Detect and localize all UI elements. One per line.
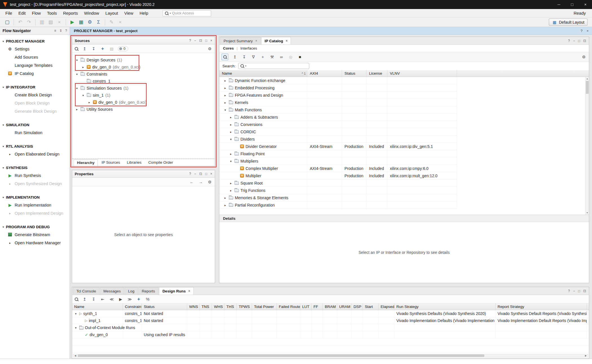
percent-icon[interactable]: % [145, 296, 151, 302]
menu-view[interactable]: View [121, 9, 136, 17]
stop-icon[interactable]: ■ [297, 54, 303, 60]
chevron-right-icon[interactable]: ▸ [8, 152, 12, 156]
flow-item-settings[interactable]: ⚙Settings [0, 45, 70, 53]
source-tree-item-div-gen-0[interactable]: ▸div_gen_0 (div_gen_0.xci) [72, 63, 215, 70]
expander-icon[interactable]: ▾ [229, 159, 233, 163]
menu-layout[interactable]: Layout [102, 9, 121, 17]
flow-item-create-block-design[interactable]: Create Block Design [0, 91, 70, 99]
quick-access-box[interactable]: ▾ Quick Access [163, 10, 211, 16]
flow-item-run-implementation[interactable]: ▶Run Implementation [0, 201, 70, 209]
expand-all-icon[interactable]: ↧ [91, 296, 96, 302]
maximize-panel-icon[interactable]: □ [205, 172, 207, 176]
ip-row-multiplier[interactable]: MultiplierProductionIncludedxilinx.com:i… [219, 172, 457, 179]
flow-section-header-rtl-analysis[interactable]: ▾RTL ANALYSIS [0, 143, 70, 150]
ip-row-memories-storage-elements[interactable]: ▸Memories & Storage Elements [219, 194, 457, 201]
subtab-interfaces[interactable]: Interfaces [240, 46, 257, 50]
add-sources-icon[interactable]: + [100, 46, 105, 52]
help-icon[interactable]: ? [189, 39, 191, 43]
cancel-icon[interactable]: × [116, 19, 124, 26]
help-icon[interactable]: ? [65, 29, 67, 33]
maximize-panel-icon[interactable]: □ [205, 39, 207, 43]
column-header-ff[interactable]: FF [312, 303, 323, 310]
source-tree-item-constrs-1[interactable]: constrs_1 [72, 77, 215, 85]
minimize-window-icon[interactable]: ─ [552, 0, 566, 9]
run-row-synth-1[interactable]: ▾▷synth_1constrs_1Not startedVivado Synt… [72, 310, 589, 317]
flow-section-header-project-manager[interactable]: ▾PROJECT MANAGER [0, 37, 70, 45]
flow-section-header-implementation[interactable]: ▾IMPLEMENTATION [0, 194, 70, 201]
maximize-panel-icon[interactable]: □ [578, 289, 580, 293]
layout-selector[interactable]: ▦ Default Layout [549, 19, 587, 26]
search-icon[interactable] [74, 297, 78, 301]
details-header[interactable]: Details [219, 215, 589, 222]
scroll-left-icon[interactable]: ◀ [73, 354, 77, 357]
source-tree-item-utility-sources[interactable]: ▸Utility Sources [72, 106, 215, 113]
flow-item-open-implemented-design[interactable]: ▸Open Implemented Design [0, 209, 70, 217]
expander-icon[interactable]: ▸ [223, 196, 227, 199]
minimize-panel-icon[interactable]: − [573, 39, 575, 43]
column-header-license[interactable]: License [366, 70, 387, 77]
sources-panel-header[interactable]: Sources ? − ⊡ □ × [72, 37, 215, 45]
expander-icon[interactable]: ▸ [223, 203, 227, 207]
tab-messages[interactable]: Messages [100, 287, 124, 295]
tab-design-runs[interactable]: Design Runs× [159, 287, 194, 295]
ip-row-partial-reconfiguration[interactable]: ▸Partial Reconfiguration [219, 201, 457, 209]
help-icon[interactable]: ? [580, 29, 582, 33]
edit-icon[interactable]: ✎ [108, 19, 115, 26]
filter-icon[interactable]: ∇ [251, 54, 256, 60]
close-icon[interactable]: × [586, 29, 589, 33]
expander-icon[interactable]: ▾ [75, 86, 79, 90]
close-window-icon[interactable]: × [579, 0, 592, 9]
ip-row-adders-subtracters[interactable]: ▸Adders & Subtracters [219, 114, 457, 121]
expander-icon[interactable]: ▸ [87, 101, 91, 104]
ip-row-complex-multiplier[interactable]: Complex MultiplierAXI4-StreamProductionI… [219, 165, 457, 172]
column-header-tpws[interactable]: TPWS [237, 303, 252, 310]
column-header-run-strategy[interactable]: Run Strategy [394, 303, 496, 310]
flow-section-header-simulation[interactable]: ▾SIMULATION [0, 121, 70, 128]
menu-icon[interactable]: ≡ [54, 29, 56, 33]
source-tree-item-design-sources[interactable]: ▾Design Sources (1) [72, 56, 215, 63]
link-icon[interactable]: ∞ [279, 54, 284, 60]
float-panel-icon[interactable]: ⊡ [583, 289, 586, 293]
expand-all-icon[interactable]: ↧ [241, 54, 247, 60]
column-header-ths[interactable]: THS [224, 303, 237, 310]
flow-section-header-synthesis[interactable]: ▾SYNTHESIS [0, 164, 70, 171]
column-header-whs[interactable]: WHS [212, 303, 224, 310]
flow-item-ip-catalog[interactable]: IP Catalog [0, 69, 70, 77]
search-icon[interactable] [74, 47, 78, 51]
column-header-status[interactable]: Status [142, 303, 187, 310]
expander-icon[interactable]: ▾ [223, 108, 227, 112]
expand-all-icon[interactable]: ↧ [91, 46, 96, 52]
collapse-all-icon[interactable]: ↥ [232, 54, 238, 60]
tab-project-summary[interactable]: Project Summary× [220, 37, 261, 45]
maximize-window-icon[interactable]: □ [566, 0, 579, 9]
sources-tab-libraries[interactable]: Libraries [124, 159, 145, 166]
ip-row-conversions[interactable]: ▸Conversions [219, 121, 457, 128]
ip-row-dividers[interactable]: ▾Dividers [219, 136, 457, 143]
open-project-icon[interactable]: ▢ [3, 19, 11, 26]
tab-ip-catalog[interactable]: IP Catalog× [261, 37, 291, 45]
column-header-lut[interactable]: LUT [300, 303, 312, 310]
menu-file[interactable]: File [2, 9, 15, 17]
settings-icon[interactable]: ⚙ [86, 19, 94, 26]
flow-item-open-synthesized-design[interactable]: ▸Open Synthesized Design [0, 179, 70, 188]
expander-icon[interactable]: ▸ [223, 79, 227, 82]
menu-tools[interactable]: Tools [44, 9, 60, 17]
tab-log[interactable]: Log [125, 287, 138, 295]
sum-icon[interactable]: Σ [95, 19, 102, 26]
sources-tab-hierarchy[interactable]: Hierarchy [74, 159, 98, 166]
run-icon[interactable]: ▶ [69, 19, 76, 26]
column-header-uram[interactable]: URAM [337, 303, 352, 310]
ip-row-divider-generator[interactable]: Divider GeneratorAXI4-StreamProductionIn… [219, 143, 457, 150]
help-icon[interactable]: ? [189, 172, 191, 176]
properties-panel-header[interactable]: Properties ? − ⊡ □ × [72, 170, 215, 178]
ip-row-cordic[interactable]: ▸CORDIC [219, 128, 457, 136]
expander-icon[interactable]: ▾ [75, 72, 79, 76]
ip-row-embedded-processing[interactable]: ▸Embedded Processing [219, 84, 457, 92]
flow-item-open-elaborated-design[interactable]: ▸Open Elaborated Design [0, 150, 70, 158]
flow-section-header-ip-integrator[interactable]: ▾IP INTEGRATOR [0, 83, 70, 91]
expander-icon[interactable]: ▸ [81, 65, 85, 69]
column-header-axi4[interactable]: AXI4 [307, 70, 342, 77]
back-icon[interactable]: ← [189, 179, 195, 185]
column-header-start[interactable]: Start [363, 303, 379, 310]
scroll-up-icon[interactable]: ▲ [586, 77, 589, 81]
